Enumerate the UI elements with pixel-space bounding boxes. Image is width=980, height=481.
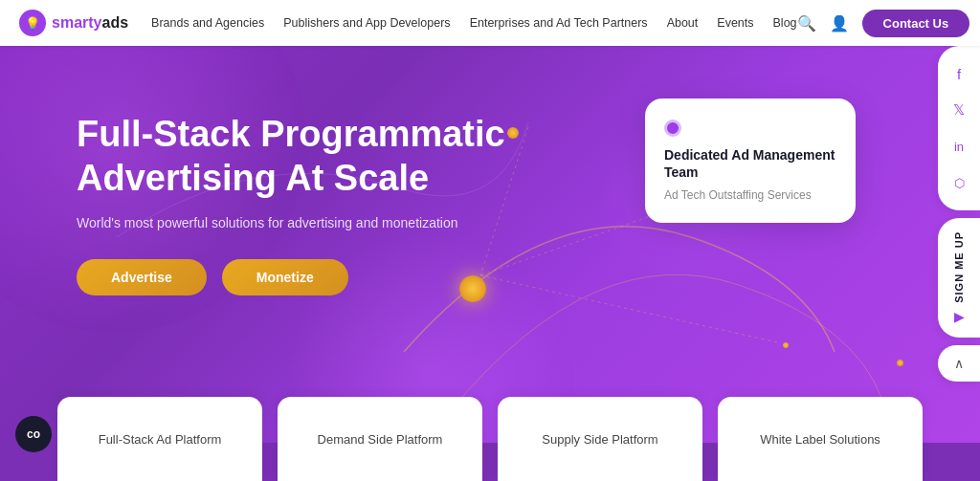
sign-up-button[interactable]: SIGN ME UP ▶ bbox=[938, 218, 980, 338]
orb-1 bbox=[507, 127, 519, 139]
orb-5 bbox=[897, 360, 903, 366]
hero-subtitle: World's most powerful solutions for adve… bbox=[77, 215, 505, 230]
bottom-card-supply[interactable]: Supply Side Platform bbox=[498, 397, 702, 481]
bottom-cards: Full-Stack Ad Platform Demand Side Platf… bbox=[0, 397, 980, 481]
sign-up-label: SIGN ME UP bbox=[953, 231, 965, 303]
hero-title: Full-Stack ProgrammaticAdvertising At Sc… bbox=[77, 113, 505, 200]
feature-card-dot bbox=[664, 120, 681, 137]
nav-brands[interactable]: Brands and Agencies bbox=[151, 16, 264, 30]
hero-content: Full-Stack ProgrammaticAdvertising At Sc… bbox=[77, 113, 505, 295]
advertise-button[interactable]: Advertise bbox=[77, 259, 207, 295]
hero-section: Full-Stack ProgrammaticAdvertising At Sc… bbox=[0, 46, 980, 443]
bottom-card-fullstack[interactable]: Full-Stack Ad Platform bbox=[57, 397, 262, 481]
bottom-card-whitelabel[interactable]: White Label Solutions bbox=[718, 397, 923, 481]
chevron-up-icon: ∧ bbox=[954, 356, 964, 371]
search-icon[interactable]: 🔍 bbox=[797, 14, 816, 33]
nav-about[interactable]: About bbox=[667, 16, 699, 30]
nav-enterprises[interactable]: Enterprises and Ad Tech Partners bbox=[470, 16, 648, 30]
brand-name: smartyads bbox=[52, 14, 128, 32]
instagram-icon[interactable]: ⬡ bbox=[938, 164, 980, 201]
logo[interactable]: 💡 smartyads bbox=[19, 10, 128, 36]
monetize-button[interactable]: Monetize bbox=[222, 259, 348, 295]
sign-up-arrow-icon: ▶ bbox=[954, 309, 965, 324]
logo-icon: 💡 bbox=[19, 10, 46, 36]
nav-publishers[interactable]: Publishers and App Developers bbox=[283, 16, 450, 30]
hero-buttons: Advertise Monetize bbox=[77, 259, 505, 295]
nav-right: 🔍 👤 Contact Us bbox=[797, 10, 970, 37]
twitter-icon[interactable]: 𝕏 bbox=[938, 92, 980, 128]
scroll-up-button[interactable]: ∧ bbox=[938, 345, 980, 382]
social-icons-group: f 𝕏 in ⬡ bbox=[938, 46, 980, 210]
feature-card-subtitle: Ad Tech Outstaffing Services bbox=[664, 188, 836, 202]
navbar: 💡 smartyads Brands and Agencies Publishe… bbox=[0, 0, 980, 46]
nav-events[interactable]: Events bbox=[717, 16, 753, 30]
social-sidebar: f 𝕏 in ⬡ SIGN ME UP ▶ ∧ bbox=[938, 46, 980, 382]
feature-card-title: Dedicated Ad Management Team bbox=[664, 146, 836, 181]
nav-links: Brands and Agencies Publishers and App D… bbox=[151, 16, 796, 30]
linkedin-icon[interactable]: in bbox=[938, 128, 980, 164]
contact-button[interactable]: Contact Us bbox=[862, 10, 970, 37]
feature-card: Dedicated Ad Management Team Ad Tech Out… bbox=[645, 98, 856, 223]
user-icon[interactable]: 👤 bbox=[830, 14, 849, 33]
co-badge[interactable]: co bbox=[15, 416, 52, 452]
orb-4 bbox=[783, 342, 789, 348]
nav-blog[interactable]: Blog bbox=[773, 16, 797, 30]
facebook-icon[interactable]: f bbox=[938, 55, 980, 92]
bottom-card-demand[interactable]: Demand Side Platform bbox=[278, 397, 482, 481]
